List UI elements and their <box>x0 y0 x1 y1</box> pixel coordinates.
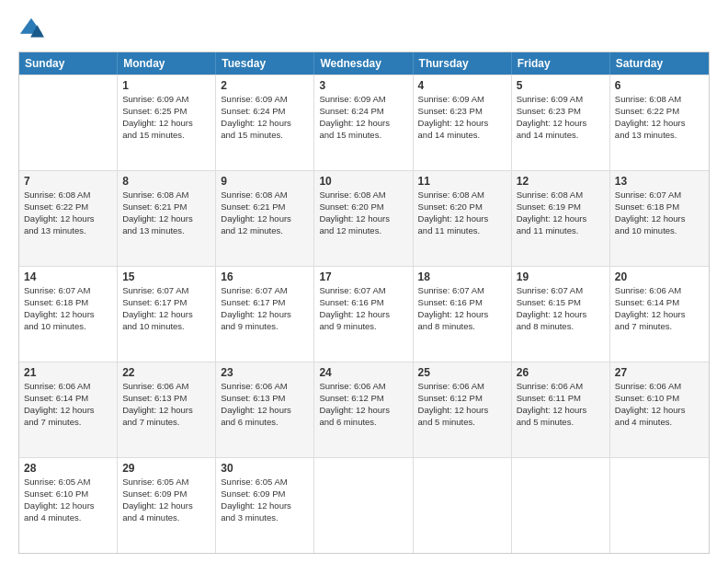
day-number: 14 <box>24 270 112 284</box>
day-number: 28 <box>24 461 112 476</box>
calendar-week-1: 7Sunrise: 6:08 AMSunset: 6:22 PMDaylight… <box>19 170 709 266</box>
day-number: 23 <box>221 365 309 380</box>
day-info-line: Sunset: 6:21 PM <box>122 201 187 212</box>
day-info-line: Daylight: 12 hours <box>24 213 95 224</box>
calendar-day-26: 26Sunrise: 6:06 AMSunset: 6:11 PMDayligh… <box>512 362 610 457</box>
calendar-empty-cell <box>610 458 709 553</box>
calendar-day-19: 19Sunrise: 6:07 AMSunset: 6:15 PMDayligh… <box>512 267 610 362</box>
day-info-line: Sunset: 6:10 PM <box>24 488 88 499</box>
day-info-line: Sunrise: 6:06 AM <box>615 381 681 391</box>
calendar-day-28: 28Sunrise: 6:05 AMSunset: 6:10 PMDayligh… <box>19 458 118 553</box>
day-info-line: and 9 minutes. <box>319 321 376 331</box>
day-number: 3 <box>319 78 407 93</box>
day-info-line: Daylight: 12 hours <box>221 118 291 128</box>
calendar-day-11: 11Sunrise: 6:08 AMSunset: 6:20 PMDayligh… <box>414 171 512 266</box>
day-info-line: Daylight: 12 hours <box>517 118 587 128</box>
day-info-line: Sunset: 6:24 PM <box>221 106 285 116</box>
day-info-line: and 4 minutes. <box>24 512 81 523</box>
day-info-line: and 10 minutes. <box>615 225 677 236</box>
day-info-line: and 6 minutes. <box>221 417 278 427</box>
day-info-line: Sunrise: 6:06 AM <box>319 381 385 391</box>
day-info-line: Sunrise: 6:08 AM <box>418 190 484 200</box>
day-number: 30 <box>221 461 309 476</box>
day-info-line: Daylight: 12 hours <box>122 500 193 511</box>
calendar-day-25: 25Sunrise: 6:06 AMSunset: 6:12 PMDayligh… <box>414 362 512 457</box>
day-number: 12 <box>517 174 605 189</box>
day-number: 21 <box>24 365 112 380</box>
day-info-line: Sunrise: 6:09 AM <box>319 94 385 104</box>
calendar-week-0: 1Sunrise: 6:09 AMSunset: 6:25 PMDaylight… <box>19 75 709 170</box>
day-info-line: Daylight: 12 hours <box>319 213 390 224</box>
header <box>18 17 710 42</box>
header-day-friday: Friday <box>512 52 610 75</box>
day-info-line: and 5 minutes. <box>517 417 574 427</box>
day-info-line: Sunset: 6:20 PM <box>418 201 483 212</box>
day-info-line: Daylight: 12 hours <box>221 309 291 319</box>
header-day-monday: Monday <box>118 52 216 75</box>
header-day-tuesday: Tuesday <box>216 52 314 75</box>
calendar-week-3: 21Sunrise: 6:06 AMSunset: 6:14 PMDayligh… <box>19 362 709 457</box>
calendar: SundayMondayTuesdayWednesdayThursdayFrid… <box>18 52 710 554</box>
day-info-line: Sunrise: 6:05 AM <box>122 477 188 487</box>
day-number: 8 <box>122 174 210 189</box>
day-info-line: Sunset: 6:19 PM <box>517 201 581 212</box>
day-info-line: Sunset: 6:20 PM <box>319 201 383 212</box>
day-info-line: Sunrise: 6:08 AM <box>615 94 681 104</box>
day-info-line: Sunset: 6:09 PM <box>122 488 187 499</box>
day-info-line: Daylight: 12 hours <box>221 405 291 415</box>
calendar-header: SundayMondayTuesdayWednesdayThursdayFrid… <box>19 52 709 75</box>
calendar-empty-cell <box>19 75 118 170</box>
day-info-line: Daylight: 12 hours <box>122 118 193 128</box>
day-info-line: Sunset: 6:13 PM <box>122 393 187 403</box>
day-number: 5 <box>517 78 605 93</box>
day-info-line: and 5 minutes. <box>418 417 475 427</box>
day-info-line: Daylight: 12 hours <box>517 405 587 415</box>
calendar-day-22: 22Sunrise: 6:06 AMSunset: 6:13 PMDayligh… <box>118 362 216 457</box>
day-info-line: Daylight: 12 hours <box>615 405 686 415</box>
day-info-line: and 6 minutes. <box>319 417 376 427</box>
day-info-line: Sunset: 6:23 PM <box>517 106 581 116</box>
day-number: 10 <box>319 174 407 189</box>
day-info-line: Sunrise: 6:07 AM <box>615 190 681 200</box>
day-info-line: Sunset: 6:24 PM <box>319 106 383 116</box>
day-info-line: Daylight: 12 hours <box>122 309 193 319</box>
day-info-line: Sunset: 6:10 PM <box>615 393 679 403</box>
day-info-line: Sunset: 6:18 PM <box>615 201 679 212</box>
day-info-line: and 12 minutes. <box>319 225 381 236</box>
calendar-day-30: 30Sunrise: 6:05 AMSunset: 6:09 PMDayligh… <box>216 458 314 553</box>
day-info-line: Sunrise: 6:09 AM <box>418 94 484 104</box>
day-number: 18 <box>418 270 506 284</box>
day-number: 7 <box>24 174 112 189</box>
day-number: 6 <box>615 78 704 93</box>
day-info-line: and 7 minutes. <box>615 321 672 331</box>
day-info-line: Sunset: 6:17 PM <box>221 297 285 307</box>
day-info-line: Sunrise: 6:06 AM <box>615 285 681 295</box>
day-info-line: Daylight: 12 hours <box>319 118 390 128</box>
header-day-wednesday: Wednesday <box>314 52 413 75</box>
logo <box>18 17 48 42</box>
day-info-line: Daylight: 12 hours <box>418 309 489 319</box>
calendar-day-12: 12Sunrise: 6:08 AMSunset: 6:19 PMDayligh… <box>512 171 610 266</box>
day-number: 1 <box>122 78 210 93</box>
day-info-line: Sunrise: 6:07 AM <box>517 285 583 295</box>
day-info-line: and 3 minutes. <box>221 512 278 523</box>
day-info-line: Sunrise: 6:06 AM <box>221 381 287 391</box>
day-info-line: Sunset: 6:13 PM <box>221 393 285 403</box>
calendar-day-17: 17Sunrise: 6:07 AMSunset: 6:16 PMDayligh… <box>314 267 413 362</box>
day-info-line: and 7 minutes. <box>122 417 179 427</box>
day-info-line: Sunrise: 6:07 AM <box>122 285 188 295</box>
day-info-line: Sunrise: 6:07 AM <box>24 285 90 295</box>
day-info-line: Sunrise: 6:07 AM <box>221 285 287 295</box>
day-info-line: Sunset: 6:14 PM <box>615 297 679 307</box>
calendar-empty-cell <box>512 458 610 553</box>
day-info-line: Sunset: 6:16 PM <box>319 297 383 307</box>
calendar-day-8: 8Sunrise: 6:08 AMSunset: 6:21 PMDaylight… <box>118 171 216 266</box>
day-info-line: and 14 minutes. <box>517 130 579 140</box>
calendar-body: 1Sunrise: 6:09 AMSunset: 6:25 PMDaylight… <box>19 75 709 553</box>
calendar-day-9: 9Sunrise: 6:08 AMSunset: 6:21 PMDaylight… <box>216 171 314 266</box>
day-info-line: Sunrise: 6:05 AM <box>24 477 90 487</box>
day-info-line: Sunset: 6:23 PM <box>418 106 483 116</box>
day-info-line: Sunrise: 6:08 AM <box>24 190 90 200</box>
day-info-line: and 4 minutes. <box>615 417 672 427</box>
calendar-day-10: 10Sunrise: 6:08 AMSunset: 6:20 PMDayligh… <box>314 171 413 266</box>
